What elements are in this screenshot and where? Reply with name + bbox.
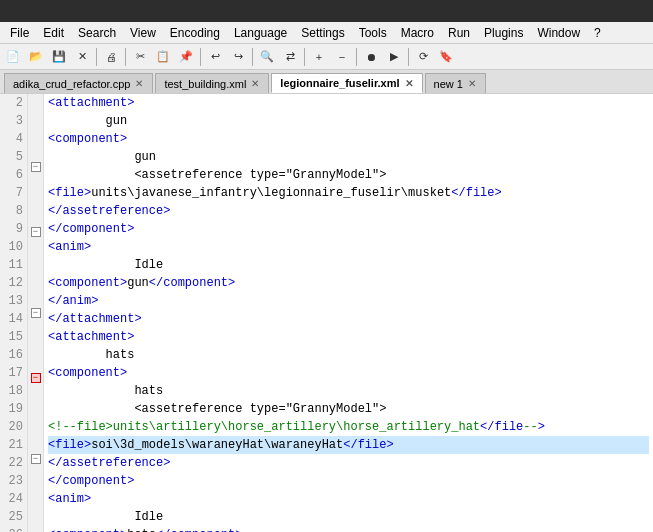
toolbar-separator-5: [304, 48, 305, 66]
code-content[interactable]: <attachment> gun <component> gun <assetr…: [44, 94, 653, 532]
code-line-11[interactable]: Idle: [48, 256, 649, 274]
zoom-out-button[interactable]: −: [331, 46, 353, 68]
tab-legionnaire-label: legionnaire_fuselir.xml: [280, 77, 399, 89]
code-line-16[interactable]: hats: [48, 346, 649, 364]
line-number-2: 2: [2, 94, 23, 112]
tab-building[interactable]: test_building.xml ✕: [155, 73, 269, 93]
save-button[interactable]: 💾: [48, 46, 70, 68]
code-line-5[interactable]: gun: [48, 148, 649, 166]
replace-button[interactable]: ⇄: [279, 46, 301, 68]
fold-marker-24[interactable]: −: [28, 451, 43, 467]
code-line-21[interactable]: <file>soi\3d_models\waraneyHat\waraneyHa…: [48, 436, 649, 454]
fold-marker-3: [28, 110, 43, 126]
line-number-22: 22: [2, 454, 23, 472]
code-line-20[interactable]: <!--file>units\artillery\horse_artillery…: [48, 418, 649, 436]
zoom-in-button[interactable]: +: [308, 46, 330, 68]
menu-tools[interactable]: Tools: [353, 24, 393, 42]
tab-building-close[interactable]: ✕: [250, 78, 260, 89]
code-line-10[interactable]: <anim>: [48, 238, 649, 256]
editor-area: 2345678910111213141516171819202122232425…: [0, 94, 653, 532]
copy-button[interactable]: 📋: [152, 46, 174, 68]
fold-marker-27: [28, 499, 43, 515]
menu-macro[interactable]: Macro: [395, 24, 440, 42]
code-line-17[interactable]: <component>: [48, 364, 649, 382]
code-line-8[interactable]: </assetreference>: [48, 202, 649, 220]
menu-window[interactable]: Window: [531, 24, 586, 42]
code-line-4[interactable]: <component>: [48, 130, 649, 148]
code-line-3[interactable]: gun: [48, 112, 649, 130]
toolbar: 📄 📂 💾 ✕ 🖨 ✂ 📋 📌 ↩ ↪ 🔍 ⇄ + − ⏺ ▶ ⟳ 🔖: [0, 44, 653, 70]
sync-button[interactable]: ⟳: [412, 46, 434, 68]
line-number-3: 3: [2, 112, 23, 130]
menu-settings[interactable]: Settings: [295, 24, 350, 42]
fold-marker-18: [28, 354, 43, 370]
fold-marker-16: [28, 321, 43, 337]
paste-button[interactable]: 📌: [175, 46, 197, 68]
fold-marker-22: [28, 418, 43, 434]
line-number-25: 25: [2, 508, 23, 526]
fold-marker-6[interactable]: −: [28, 159, 43, 175]
close-button[interactable]: ✕: [71, 46, 93, 68]
tab-new1-close[interactable]: ✕: [467, 78, 477, 89]
fold-marker-4: [28, 126, 43, 142]
fold-marker-19[interactable]: −: [28, 370, 43, 386]
fold-marker-13: [28, 272, 43, 288]
bookmark-button[interactable]: 🔖: [435, 46, 457, 68]
print-button[interactable]: 🖨: [100, 46, 122, 68]
code-line-2[interactable]: <attachment>: [48, 94, 649, 112]
menu-language[interactable]: Language: [228, 24, 293, 42]
cut-button[interactable]: ✂: [129, 46, 151, 68]
code-line-25[interactable]: Idle: [48, 508, 649, 526]
code-line-13[interactable]: </anim>: [48, 292, 649, 310]
menu-search[interactable]: Search: [72, 24, 122, 42]
line-number-24: 24: [2, 490, 23, 508]
code-line-6[interactable]: <assetreference type="GrannyModel">: [48, 166, 649, 184]
code-line-7[interactable]: <file>units\javanese_infantry\legionnair…: [48, 184, 649, 202]
redo-button[interactable]: ↪: [227, 46, 249, 68]
fold-marker-15[interactable]: −: [28, 305, 43, 321]
menu-plugins[interactable]: Plugins: [478, 24, 529, 42]
macro-record-button[interactable]: ⏺: [360, 46, 382, 68]
fold-markers: −−−−−: [28, 94, 44, 532]
fold-marker-7: [28, 175, 43, 191]
code-line-22[interactable]: </assetreference>: [48, 454, 649, 472]
line-number-10: 10: [2, 238, 23, 256]
title-bar: [0, 0, 653, 22]
fold-marker-8: [28, 191, 43, 207]
code-line-19[interactable]: <assetreference type="GrannyModel">: [48, 400, 649, 418]
code-line-9[interactable]: </component>: [48, 220, 649, 238]
new-button[interactable]: 📄: [2, 46, 24, 68]
tab-legionnaire-close[interactable]: ✕: [404, 78, 414, 89]
menu-file[interactable]: File: [4, 24, 35, 42]
code-line-24[interactable]: <anim>: [48, 490, 649, 508]
tab-adika[interactable]: adika_crud_refactor.cpp ✕: [4, 73, 153, 93]
code-line-23[interactable]: </component>: [48, 472, 649, 490]
open-button[interactable]: 📂: [25, 46, 47, 68]
menu-view[interactable]: View: [124, 24, 162, 42]
undo-button[interactable]: ↩: [204, 46, 226, 68]
line-number-16: 16: [2, 346, 23, 364]
menu-help[interactable]: ?: [588, 24, 607, 42]
code-line-18[interactable]: hats: [48, 382, 649, 400]
fold-marker-17: [28, 337, 43, 353]
fold-marker-28: [28, 516, 43, 532]
line-number-18: 18: [2, 382, 23, 400]
fold-marker-5: [28, 143, 43, 159]
fold-marker-10[interactable]: −: [28, 224, 43, 240]
code-line-15[interactable]: <attachment>: [48, 328, 649, 346]
line-number-7: 7: [2, 184, 23, 202]
macro-play-button[interactable]: ▶: [383, 46, 405, 68]
tab-legionnaire[interactable]: legionnaire_fuselir.xml ✕: [271, 73, 422, 93]
toolbar-separator-3: [200, 48, 201, 66]
code-line-14[interactable]: </attachment>: [48, 310, 649, 328]
line-number-9: 9: [2, 220, 23, 238]
code-line-26[interactable]: <component>hats</component>: [48, 526, 649, 532]
menu-edit[interactable]: Edit: [37, 24, 70, 42]
menu-encoding[interactable]: Encoding: [164, 24, 226, 42]
menu-run[interactable]: Run: [442, 24, 476, 42]
tab-adika-close[interactable]: ✕: [134, 78, 144, 89]
fold-marker-2: [28, 94, 43, 110]
tab-new1[interactable]: new 1 ✕: [425, 73, 486, 93]
find-button[interactable]: 🔍: [256, 46, 278, 68]
code-line-12[interactable]: <component>gun</component>: [48, 274, 649, 292]
